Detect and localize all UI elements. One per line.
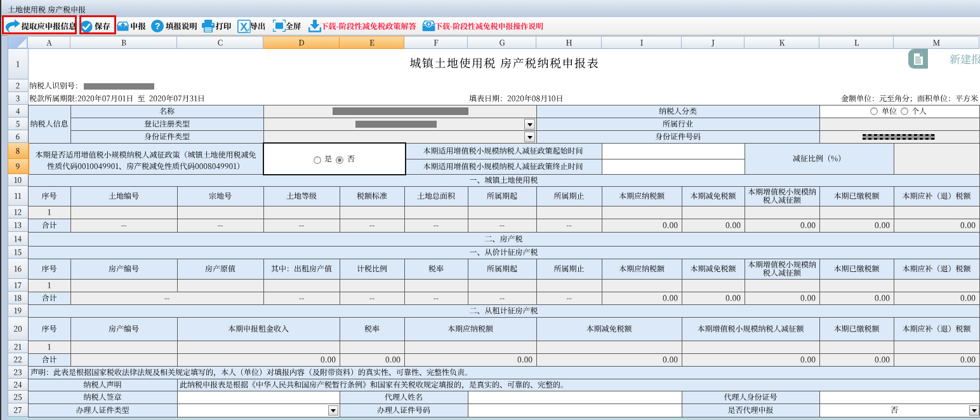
svg-text:?: ?	[155, 21, 161, 31]
